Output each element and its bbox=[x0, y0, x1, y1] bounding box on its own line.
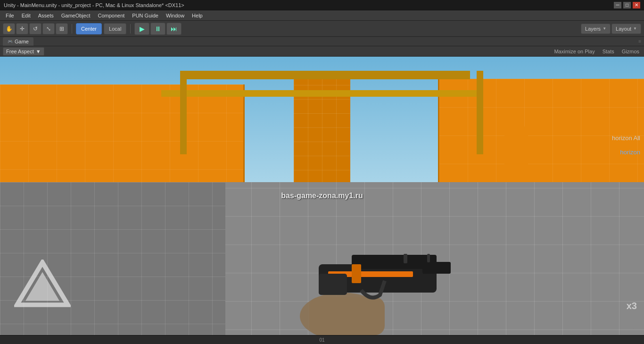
aspect-dropdown[interactable]: Free Aspect ▼ bbox=[3, 47, 44, 56]
menu-gameobject[interactable]: GameObject bbox=[58, 12, 94, 19]
gizmos-btn[interactable]: Gizmos bbox=[620, 49, 641, 54]
transform-tools: ✋ ✛ ↺ ⤡ ⊞ bbox=[3, 23, 68, 34]
game-controls-bar: Free Aspect ▼ Maximize on Play Stats Giz… bbox=[0, 46, 644, 57]
full-label: Full bbox=[628, 324, 637, 330]
tool-scale[interactable]: ⤡ bbox=[42, 23, 55, 34]
space-label: Local bbox=[109, 26, 121, 32]
beam-left bbox=[180, 71, 187, 154]
svg-rect-9 bbox=[404, 254, 407, 263]
svg-rect-10 bbox=[427, 254, 430, 262]
tool-hand[interactable]: ✋ bbox=[3, 23, 15, 34]
ammo-bar-3 bbox=[634, 313, 637, 322]
close-button[interactable]: ✕ bbox=[633, 2, 640, 8]
game-tab-icon: 🎮 bbox=[8, 39, 13, 44]
menu-help[interactable]: Help bbox=[188, 12, 206, 19]
menu-file[interactable]: File bbox=[2, 12, 18, 19]
layout-label: Layout bbox=[616, 26, 631, 32]
layers-label: Layers bbox=[585, 26, 601, 32]
tool-move[interactable]: ✛ bbox=[16, 23, 28, 34]
ammo-bar-1 bbox=[627, 313, 629, 322]
game-panel: 🎮 Game ≡ Free Aspect ▼ Maximize on Play … bbox=[0, 37, 644, 335]
unity-logo bbox=[14, 260, 71, 316]
game-viewport: bas-game-zona.my1.ru horizon All horizon bbox=[0, 57, 644, 335]
space-toggle[interactable]: Local bbox=[104, 23, 126, 34]
status-bar: 01 bbox=[0, 335, 644, 344]
svg-rect-11 bbox=[319, 274, 347, 295]
toolbar-right: Layers ▼ Layout ▼ bbox=[581, 24, 641, 34]
aspect-label: Free Aspect bbox=[6, 49, 34, 54]
layers-dropdown-arrow: ▼ bbox=[603, 26, 606, 31]
pause-button[interactable]: ⏸ bbox=[150, 23, 165, 35]
maximize-button[interactable]: □ bbox=[623, 2, 631, 8]
tool-rect[interactable]: ⊞ bbox=[56, 23, 68, 34]
hud-bottom-right: x3 Full bbox=[627, 301, 637, 330]
svg-rect-8 bbox=[352, 264, 361, 283]
weapon bbox=[257, 203, 455, 335]
step-button[interactable]: ⏭ bbox=[166, 23, 182, 35]
ammo-icon bbox=[627, 313, 637, 322]
pivot-toggle[interactable]: Center bbox=[76, 23, 102, 34]
window-title: Unity - MainMenu.unity - unity_project -… bbox=[4, 2, 184, 8]
window-controls: ─ □ ✕ bbox=[614, 2, 640, 8]
aspect-arrow: ▼ bbox=[36, 49, 41, 54]
beam-horizontal-top bbox=[180, 71, 470, 79]
frame-count: 01 bbox=[319, 337, 324, 343]
minimize-button[interactable]: ─ bbox=[614, 2, 621, 8]
separator-1 bbox=[72, 24, 72, 34]
beam-right bbox=[477, 71, 483, 154]
title-bar: Unity - MainMenu.unity - unity_project -… bbox=[0, 0, 644, 10]
menu-pun-guide[interactable]: PUN Guide bbox=[128, 12, 162, 19]
layout-dropdown[interactable]: Layout ▼ bbox=[611, 24, 641, 34]
menu-bar: File Edit Assets GameObject Component PU… bbox=[0, 10, 644, 21]
horizon-all-label: horizon All bbox=[612, 134, 640, 142]
separator-2 bbox=[130, 24, 131, 34]
game-scene: bas-game-zona.my1.ru horizon All horizon bbox=[0, 57, 644, 335]
play-controls: ▶ ⏸ ⏭ bbox=[134, 23, 182, 35]
layout-dropdown-arrow: ▼ bbox=[633, 26, 637, 31]
pivot-label: Center bbox=[81, 26, 97, 32]
stats-btn[interactable]: Stats bbox=[601, 49, 616, 54]
game-tab[interactable]: 🎮 Game bbox=[3, 37, 33, 46]
game-controls-right: Maximize on Play Stats Gizmos bbox=[552, 49, 641, 54]
toolbar: ✋ ✛ ↺ ⤡ ⊞ Center Local ▶ ⏸ ⏭ Layers ▼ La… bbox=[0, 21, 644, 37]
ammo-multiplier: x3 bbox=[627, 301, 637, 311]
menu-assets[interactable]: Assets bbox=[34, 12, 58, 19]
layers-dropdown[interactable]: Layers ▼ bbox=[581, 24, 611, 34]
panel-options-icon[interactable]: ≡ bbox=[638, 39, 641, 44]
menu-window[interactable]: Window bbox=[162, 12, 188, 19]
menu-component[interactable]: Component bbox=[94, 12, 128, 19]
svg-rect-6 bbox=[422, 262, 451, 274]
menu-edit[interactable]: Edit bbox=[18, 12, 34, 19]
ammo-bar-2 bbox=[630, 313, 633, 322]
horizon-label-blue[interactable]: horizon bbox=[620, 149, 640, 156]
play-button[interactable]: ▶ bbox=[134, 23, 149, 35]
tool-rotate[interactable]: ↺ bbox=[29, 23, 41, 34]
maximize-on-play-btn[interactable]: Maximize on Play bbox=[552, 49, 596, 54]
game-tab-bar: 🎮 Game ≡ bbox=[0, 37, 644, 46]
game-tab-label: Game bbox=[15, 39, 29, 44]
layers-area: Layers ▼ Layout ▼ bbox=[581, 24, 641, 34]
svg-rect-3 bbox=[309, 297, 385, 335]
beam-horizontal-mid bbox=[161, 90, 483, 97]
